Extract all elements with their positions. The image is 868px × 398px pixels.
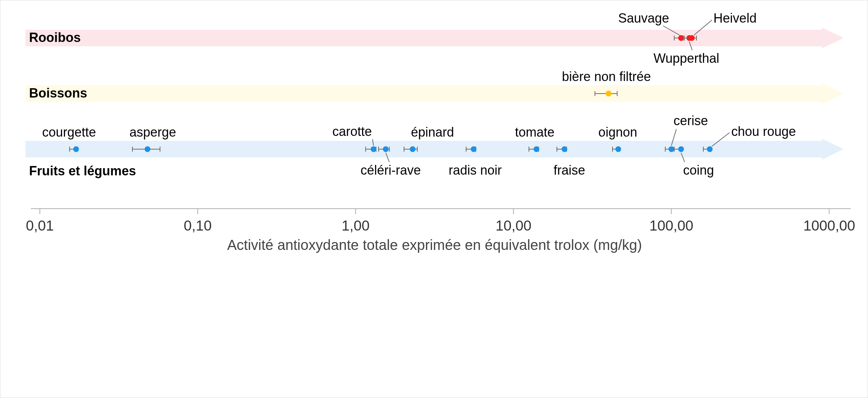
svg-marker-1 bbox=[25, 83, 844, 104]
axis-tick: 1000,00 bbox=[803, 208, 855, 234]
data-label: bière non filtrée bbox=[562, 69, 651, 84]
data-label: coing bbox=[683, 163, 714, 178]
data-point bbox=[606, 91, 611, 96]
x-axis-label: Activité antioxydante totale exprimée en… bbox=[40, 237, 829, 253]
axis-tick: 100,00 bbox=[649, 208, 693, 234]
axis-tick: 1,00 bbox=[342, 208, 370, 234]
data-label: cerise bbox=[674, 113, 708, 128]
data-point bbox=[615, 146, 621, 152]
axis-tick: 10,00 bbox=[496, 208, 531, 234]
marker-dot bbox=[615, 146, 621, 152]
data-point bbox=[562, 146, 567, 152]
data-label: fraise bbox=[554, 163, 585, 178]
data-label: céléri-rave bbox=[361, 163, 421, 178]
band-arrow bbox=[25, 83, 844, 104]
plot-area: RooibosBoissonsFruits et légumescourgett… bbox=[40, 22, 844, 337]
band-arrow bbox=[25, 28, 844, 48]
svg-marker-0 bbox=[25, 28, 844, 48]
data-point bbox=[145, 146, 150, 152]
data-label: oignon bbox=[599, 125, 637, 140]
data-label: asperge bbox=[130, 125, 176, 140]
marker-dot bbox=[145, 146, 150, 152]
data-label: chou rouge bbox=[731, 124, 796, 139]
data-point bbox=[471, 146, 477, 152]
data-point bbox=[410, 146, 416, 152]
data-point bbox=[383, 146, 389, 152]
tick-label: 0,01 bbox=[26, 218, 54, 234]
data-point bbox=[689, 35, 695, 41]
marker-dot bbox=[471, 146, 477, 152]
data-point bbox=[668, 146, 674, 152]
tick-label: 10,00 bbox=[496, 218, 531, 234]
data-label: Sauvage bbox=[618, 11, 669, 26]
band-label: Boissons bbox=[29, 86, 87, 101]
marker-dot bbox=[73, 146, 79, 152]
marker-dot bbox=[606, 91, 611, 96]
data-label: Heiveld bbox=[713, 11, 756, 26]
x-axis bbox=[31, 208, 851, 209]
data-label: carotte bbox=[332, 124, 372, 139]
data-point bbox=[678, 146, 684, 152]
data-point bbox=[707, 146, 713, 152]
data-point bbox=[534, 146, 539, 152]
data-label: Wupperthal bbox=[653, 51, 719, 66]
marker-dot bbox=[689, 35, 695, 41]
band-label: Rooibos bbox=[29, 30, 81, 45]
axis-tick: 0,10 bbox=[184, 208, 212, 234]
tick-label: 1,00 bbox=[342, 218, 370, 234]
marker-dot bbox=[534, 146, 539, 152]
data-point bbox=[73, 146, 79, 152]
marker-dot bbox=[562, 146, 567, 152]
marker-dot bbox=[678, 146, 684, 152]
marker-dot bbox=[707, 146, 713, 152]
marker-dot bbox=[383, 146, 389, 152]
marker-dot bbox=[371, 146, 376, 152]
tick-label: 100,00 bbox=[649, 218, 693, 234]
data-point bbox=[371, 146, 376, 152]
data-label: épinard bbox=[411, 125, 454, 140]
tick-label: 1000,00 bbox=[803, 218, 855, 234]
data-label: tomate bbox=[515, 125, 554, 140]
data-label: radis noir bbox=[449, 163, 502, 178]
marker-dot bbox=[410, 146, 416, 152]
axis-tick: 0,01 bbox=[26, 208, 54, 234]
data-label: courgette bbox=[42, 125, 96, 140]
marker-dot bbox=[668, 146, 674, 152]
band-label: Fruits et légumes bbox=[29, 164, 136, 179]
chart-frame: RooibosBoissonsFruits et légumescourgett… bbox=[0, 0, 868, 398]
tick-label: 0,10 bbox=[184, 218, 212, 234]
